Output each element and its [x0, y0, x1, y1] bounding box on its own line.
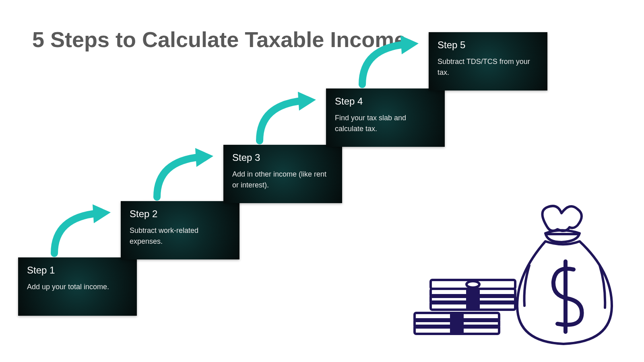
- step-card-3: Step 3 Add in other income (like rent or…: [223, 145, 342, 203]
- step-card-1: Step 1 Add up your total income.: [18, 257, 137, 316]
- step-description: Add up your total income.: [27, 282, 128, 292]
- step-card-2: Step 2 Subtract work-related expenses.: [121, 201, 239, 259]
- step-description: Find your tax slab and calculate tax.: [335, 113, 436, 134]
- arrow-icon: [354, 32, 431, 93]
- step-label: Step 5: [438, 39, 539, 51]
- arrow-icon: [149, 145, 225, 205]
- arrow-icon: [252, 88, 328, 149]
- arrow-icon: [46, 201, 123, 261]
- step-label: Step 1: [27, 265, 128, 276]
- step-description: Subtract TDS/TCS from your tax.: [438, 56, 539, 78]
- step-label: Step 4: [335, 96, 436, 107]
- step-card-4: Step 4 Find your tax slab and calculate …: [326, 88, 445, 147]
- money-bag-icon: [411, 201, 620, 354]
- step-card-5: Step 5 Subtract TDS/TCS from your tax.: [429, 32, 547, 90]
- svg-point-9: [466, 281, 479, 288]
- step-description: Add in other income (like rent or intere…: [232, 169, 333, 191]
- step-description: Subtract work-related expenses.: [130, 225, 231, 247]
- svg-rect-6: [450, 312, 464, 335]
- step-label: Step 2: [130, 208, 231, 220]
- svg-rect-7: [466, 288, 480, 311]
- diagram-title: 5 Steps to Calculate Taxable Income: [32, 26, 406, 53]
- step-label: Step 3: [232, 152, 333, 163]
